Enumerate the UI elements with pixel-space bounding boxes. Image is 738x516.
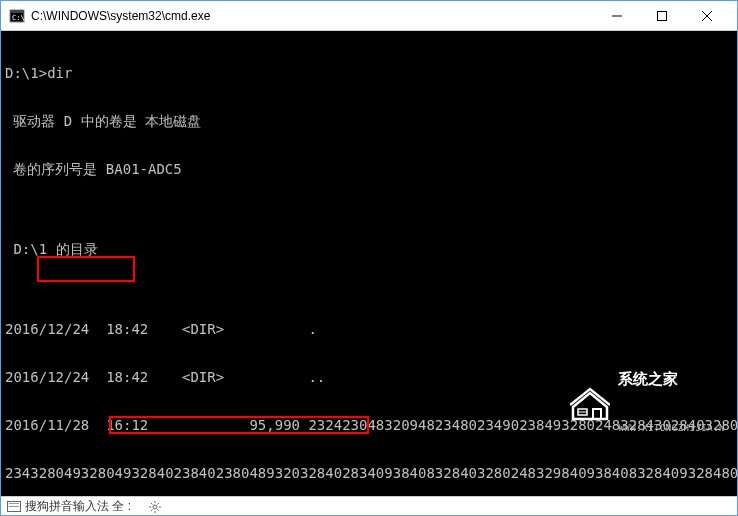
- window-title: C:\WINDOWS\system32\cmd.exe: [31, 9, 594, 23]
- watermark-title: 系统之家: [618, 370, 725, 388]
- terminal-line: 2016/12/24 18:42 <DIR> .: [5, 321, 733, 337]
- gear-icon[interactable]: [149, 501, 161, 513]
- watermark-logo-icon: [570, 385, 610, 421]
- ime-status[interactable]: 搜狗拼音输入法 全 :: [7, 498, 131, 515]
- svg-point-10: [153, 505, 157, 509]
- watermark: 系统之家 WWW.XITONGZHIJIA.N: [570, 338, 725, 468]
- close-button[interactable]: [684, 1, 729, 30]
- svg-text:C:\: C:\: [12, 14, 25, 22]
- terminal-line: 卷的序列号是 BA01-ADC5: [5, 161, 733, 177]
- minimize-button[interactable]: [594, 1, 639, 30]
- watermark-subtitle: WWW.XITONGZHIJIA.N: [618, 420, 725, 436]
- maximize-button[interactable]: [639, 1, 684, 30]
- window-titlebar: C:\ C:\WINDOWS\system32\cmd.exe: [1, 1, 737, 31]
- svg-rect-4: [657, 11, 666, 20]
- terminal-line: D:\1>dir: [5, 65, 733, 81]
- terminal-line: D:\1 的目录: [5, 241, 733, 257]
- ime-label: 搜狗拼音输入法 全 :: [25, 498, 131, 515]
- svg-rect-1: [11, 11, 23, 13]
- terminal-line: 驱动器 D 中的卷是 本地磁盘: [5, 113, 733, 129]
- terminal-output[interactable]: D:\1>dir 驱动器 D 中的卷是 本地磁盘 卷的序列号是 BA01-ADC…: [1, 31, 737, 496]
- app-icon: C:\: [9, 8, 25, 24]
- ime-statusbar: 搜狗拼音输入法 全 :: [1, 496, 737, 516]
- keyboard-icon: [7, 501, 21, 512]
- window-controls: [594, 1, 729, 30]
- highlight-box-command: [37, 256, 135, 282]
- svg-rect-7: [593, 409, 601, 419]
